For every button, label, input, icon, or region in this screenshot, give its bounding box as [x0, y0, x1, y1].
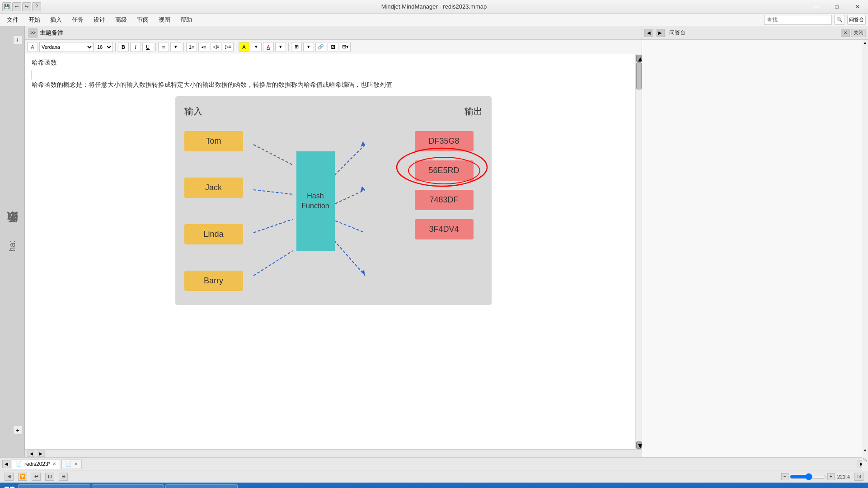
- list-unordered-button[interactable]: •≡: [198, 42, 209, 52]
- highlight-button[interactable]: A: [239, 42, 249, 52]
- description-text: 哈希函数的概念是：将任意大小的输入数据转换成特定大小的输出数据的函数，转换后的数…: [32, 80, 635, 89]
- right-panel-close-label[interactable]: 关闭: [851, 29, 866, 37]
- left-sidebar-add-bottom[interactable]: +: [13, 426, 22, 435]
- scroll-thumb[interactable]: [636, 62, 642, 89]
- tab-empty[interactable]: 📄 ✕: [61, 459, 82, 469]
- content-area[interactable]: 哈希函数 哈希函数的概念是：将任意大小的输入数据转换成特定大小的输出数据的函数，…: [25, 54, 642, 449]
- hash-diagram: 输入 输出: [175, 96, 492, 305]
- taskbar: 📊 Mindjet MindMana... 💻 workspace10 – Re…: [0, 483, 868, 488]
- tab-scroll-left[interactable]: ◀: [2, 460, 10, 468]
- zoom-slider[interactable]: [790, 473, 826, 480]
- table-dropdown[interactable]: ▾: [303, 42, 314, 52]
- font-family-select[interactable]: Verdana: [39, 42, 94, 52]
- output-3f4dv4: 3F4DV4: [415, 219, 474, 239]
- font-color-dropdown[interactable]: ▾: [275, 42, 286, 52]
- menu-advanced[interactable]: 高级: [111, 14, 131, 25]
- hash-function-block: HashFunction: [296, 151, 335, 251]
- input-column: Tom Jack Linda Barry: [184, 131, 243, 291]
- align-left-button[interactable]: ≡: [158, 42, 169, 52]
- separator-4: [236, 42, 236, 52]
- align-dropdown-button[interactable]: ▾: [170, 42, 181, 52]
- taskbar-centos[interactable]: 🖥 CentOS7-04 – VMw...: [165, 484, 238, 488]
- maximize-button[interactable]: □: [826, 0, 847, 14]
- panel-nav-right[interactable]: ▶: [37, 450, 45, 457]
- scroll-down-btn[interactable]: ▼: [636, 441, 642, 449]
- right-scroll-bottom[interactable]: ▼: [862, 449, 868, 453]
- svg-marker-10: [361, 270, 365, 276]
- zoom-in-btn[interactable]: +: [827, 473, 835, 480]
- status-icon-5[interactable]: ⊟: [59, 473, 68, 481]
- top-search-icon[interactable]: 🔍: [834, 15, 845, 25]
- content-title: 哈希函数: [32, 59, 635, 67]
- more-button[interactable]: ⊞▾: [340, 42, 351, 52]
- format-style-icon[interactable]: A: [27, 42, 38, 52]
- right-scroll-top[interactable]: ▲: [862, 40, 868, 46]
- right-panel-forward[interactable]: ▶: [656, 29, 665, 37]
- minimize-button[interactable]: —: [806, 0, 826, 14]
- menu-view[interactable]: 视图: [154, 14, 175, 25]
- separator-3: [183, 42, 184, 52]
- top-search-input[interactable]: [764, 15, 832, 25]
- separator-5: [288, 42, 289, 52]
- start-button[interactable]: [2, 484, 17, 488]
- taskbar-mindjet[interactable]: 📊 Mindjet MindMana...: [18, 484, 90, 488]
- menu-task[interactable]: 任务: [67, 14, 88, 25]
- panel-bottom-nav: ◀ ▶: [25, 449, 642, 457]
- menu-start[interactable]: 开始: [24, 14, 45, 25]
- tab-redis2023[interactable]: 📄 redis2023* ✕: [12, 459, 60, 469]
- svg-line-6: [331, 190, 365, 206]
- quick-access-undo[interactable]: ↩: [12, 2, 21, 11]
- scroll-track[interactable]: ▲ ▼: [635, 54, 642, 449]
- quick-access-help[interactable]: ?: [32, 2, 41, 11]
- font-color-button[interactable]: A: [263, 42, 274, 52]
- right-scroll-search[interactable]: 🔍: [862, 458, 868, 462]
- panel-nav-left[interactable]: ◀: [27, 450, 35, 457]
- indent-decrease-button[interactable]: ◁≡: [211, 42, 221, 52]
- status-icon-3[interactable]: ↩: [32, 473, 41, 481]
- highlight-ellipse-svg: [401, 151, 492, 192]
- taskbar-workspace[interactable]: 💻 workspace10 – Red...: [92, 484, 164, 488]
- status-icon-4[interactable]: ⊡: [45, 473, 54, 481]
- status-filter[interactable]: 🔽: [18, 473, 27, 481]
- table-button[interactable]: ⊞: [291, 42, 302, 52]
- panel-expand-button[interactable]: >>: [28, 28, 38, 38]
- right-panel-back[interactable]: ◀: [644, 29, 653, 37]
- indent-increase-button[interactable]: ▷≡: [223, 42, 234, 52]
- menu-insert[interactable]: 插入: [46, 14, 66, 25]
- top-panel-toggle[interactable]: 问答台: [847, 15, 866, 25]
- highlight-dropdown[interactable]: ▾: [251, 42, 262, 52]
- zoom-control: − + 221%: [781, 473, 850, 480]
- tab-close-btn[interactable]: ✕: [52, 461, 56, 466]
- left-sidebar-add-top[interactable]: +: [13, 35, 22, 44]
- right-panel-close-x[interactable]: ✕: [841, 29, 850, 37]
- right-panel-scrollbar[interactable]: ▲ ▼ 🔍: [862, 40, 868, 471]
- format-toolbar: A Verdana 16 B I U ≡ ▾ 1≡ •≡ ◁≡ ▷≡ A ▾ A…: [25, 40, 642, 54]
- close-button[interactable]: ✕: [847, 0, 868, 14]
- tab-bar: ◀ 📄 redis2023* ✕ 📄 ✕ ▶: [0, 457, 868, 470]
- panel-header: >> 主题备注: [25, 26, 642, 40]
- link-button[interactable]: 🔗: [315, 42, 326, 52]
- menu-help[interactable]: 帮助: [176, 14, 197, 25]
- scroll-up-btn[interactable]: ▲: [636, 55, 642, 62]
- input-barry: Barry: [184, 271, 243, 291]
- menu-review[interactable]: 审阅: [132, 14, 153, 25]
- bold-button[interactable]: B: [118, 42, 129, 52]
- tab-close-btn-2[interactable]: ✕: [74, 461, 78, 466]
- separator-1: [115, 42, 116, 52]
- quick-access-redo[interactable]: ↪: [22, 2, 31, 11]
- status-icon-1[interactable]: ⊞: [5, 473, 14, 481]
- right-panel: ◀ ▶ 问答台 ✕ 关闭 ▲ ▼ 🔍: [642, 26, 868, 457]
- fit-page-btn[interactable]: ⊡: [854, 473, 863, 481]
- menu-file[interactable]: 文件: [2, 14, 23, 25]
- tab-icon: 📄: [16, 461, 22, 467]
- zoom-out-btn[interactable]: −: [781, 473, 788, 480]
- underline-button[interactable]: U: [142, 42, 153, 52]
- svg-line-1: [253, 190, 293, 194]
- quick-access-save[interactable]: 💾: [2, 2, 11, 11]
- image-button[interactable]: 🖼: [328, 42, 338, 52]
- italic-button[interactable]: I: [130, 42, 141, 52]
- menu-design[interactable]: 设计: [89, 14, 110, 25]
- font-size-select[interactable]: 16: [95, 42, 113, 52]
- list-ordered-button[interactable]: 1≡: [186, 42, 197, 52]
- title-text: Mindjet MindManager - redis2023.mmap: [381, 3, 487, 10]
